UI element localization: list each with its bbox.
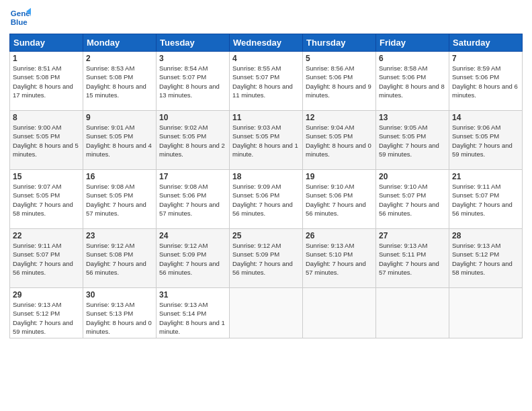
day-number: 29	[13, 290, 80, 300]
col-header-monday: Monday	[83, 34, 157, 52]
calendar-cell: 25 Sunrise: 9:12 AM Sunset: 5:09 PM Dayl…	[230, 229, 303, 288]
sunrise-label: Sunrise: 9:12 AM	[159, 242, 208, 249]
day-number: 18	[232, 172, 300, 181]
day-info: Sunrise: 9:13 AM Sunset: 5:13 PM Dayligh…	[86, 300, 153, 336]
day-info: Sunrise: 9:00 AM Sunset: 5:05 PM Dayligh…	[13, 123, 80, 158]
day-number: 6	[379, 54, 446, 63]
day-number: 24	[159, 231, 226, 240]
day-info: Sunrise: 9:12 AM Sunset: 5:08 PM Dayligh…	[86, 241, 153, 277]
day-number: 2	[86, 54, 153, 63]
sunset-label: Sunset: 5:12 PM	[13, 310, 60, 317]
day-info: Sunrise: 9:12 AM Sunset: 5:09 PM Dayligh…	[159, 241, 226, 277]
day-number: 30	[86, 290, 153, 300]
daylight-label: Daylight: 7 hours and 56 minutes.	[452, 201, 513, 217]
sunset-label: Sunset: 5:09 PM	[232, 250, 279, 258]
daylight-label: Daylight: 8 hours and 13 minutes.	[159, 83, 220, 99]
calendar-cell: 12 Sunrise: 9:04 AM Sunset: 5:05 PM Dayl…	[303, 111, 376, 170]
sunrise-label: Sunrise: 9:04 AM	[306, 124, 354, 131]
calendar-cell: 8 Sunrise: 9:00 AM Sunset: 5:05 PM Dayli…	[10, 111, 83, 170]
daylight-label: Daylight: 7 hours and 57 minutes.	[159, 201, 220, 217]
calendar-cell: 13 Sunrise: 9:05 AM Sunset: 5:05 PM Dayl…	[376, 111, 449, 170]
sunrise-label: Sunrise: 8:54 AM	[159, 64, 208, 72]
day-info: Sunrise: 9:13 AM Sunset: 5:11 PM Dayligh…	[379, 241, 446, 277]
sunrise-label: Sunrise: 9:13 AM	[452, 242, 500, 249]
daylight-label: Daylight: 8 hours and 4 minutes.	[86, 142, 152, 158]
sunset-label: Sunset: 5:11 PM	[379, 250, 426, 258]
day-number: 20	[379, 172, 446, 181]
daylight-label: Daylight: 7 hours and 59 minutes.	[452, 142, 513, 158]
sunrise-label: Sunrise: 8:58 AM	[379, 64, 427, 72]
day-info: Sunrise: 9:12 AM Sunset: 5:09 PM Dayligh…	[232, 241, 300, 277]
sunrise-label: Sunrise: 9:03 AM	[232, 124, 281, 131]
day-number: 15	[13, 172, 80, 181]
sunset-label: Sunset: 5:07 PM	[379, 191, 426, 199]
daylight-label: Daylight: 7 hours and 59 minutes.	[379, 142, 439, 158]
sunset-label: Sunset: 5:05 PM	[13, 191, 60, 199]
day-info: Sunrise: 9:13 AM Sunset: 5:14 PM Dayligh…	[159, 300, 226, 336]
sunrise-label: Sunrise: 9:01 AM	[86, 124, 134, 131]
svg-text:Blue: Blue	[11, 18, 28, 26]
day-number: 22	[13, 231, 80, 240]
day-number: 1	[13, 54, 80, 63]
daylight-label: Daylight: 8 hours and 2 minutes.	[159, 142, 225, 158]
logo: General Blue	[9, 7, 34, 28]
day-info: Sunrise: 8:55 AM Sunset: 5:07 PM Dayligh…	[232, 64, 300, 99]
daylight-label: Daylight: 7 hours and 57 minutes.	[86, 201, 146, 217]
sunrise-label: Sunrise: 9:00 AM	[13, 124, 61, 131]
day-number: 17	[159, 172, 226, 181]
sunrise-label: Sunrise: 9:13 AM	[379, 242, 427, 249]
sunset-label: Sunset: 5:09 PM	[159, 250, 206, 258]
day-info: Sunrise: 8:59 AM Sunset: 5:06 PM Dayligh…	[452, 64, 519, 99]
sunrise-label: Sunrise: 8:59 AM	[452, 64, 500, 72]
sunrise-label: Sunrise: 9:12 AM	[232, 242, 281, 249]
sunset-label: Sunset: 5:07 PM	[159, 73, 206, 81]
daylight-label: Daylight: 8 hours and 6 minutes.	[452, 83, 518, 99]
day-info: Sunrise: 8:54 AM Sunset: 5:07 PM Dayligh…	[159, 64, 226, 99]
sunrise-label: Sunrise: 9:13 AM	[13, 301, 61, 308]
sunset-label: Sunset: 5:13 PM	[86, 310, 133, 317]
sunset-label: Sunset: 5:08 PM	[13, 73, 60, 81]
day-info: Sunrise: 9:03 AM Sunset: 5:05 PM Dayligh…	[232, 123, 300, 158]
sunset-label: Sunset: 5:06 PM	[159, 191, 206, 199]
calendar-cell: 30 Sunrise: 9:13 AM Sunset: 5:13 PM Dayl…	[83, 288, 157, 338]
daylight-label: Daylight: 7 hours and 59 minutes.	[13, 319, 73, 335]
sunrise-label: Sunrise: 8:56 AM	[306, 64, 354, 72]
day-number: 16	[86, 172, 153, 181]
calendar-cell: 20 Sunrise: 9:10 AM Sunset: 5:07 PM Dayl…	[376, 170, 449, 229]
daylight-label: Daylight: 7 hours and 57 minutes.	[306, 260, 366, 276]
daylight-label: Daylight: 7 hours and 56 minutes.	[86, 260, 146, 276]
calendar-cell: 21 Sunrise: 9:11 AM Sunset: 5:07 PM Dayl…	[449, 170, 523, 229]
day-number: 19	[306, 172, 373, 181]
day-info: Sunrise: 9:06 AM Sunset: 5:05 PM Dayligh…	[452, 123, 519, 158]
calendar-cell	[376, 288, 449, 338]
day-number: 8	[13, 113, 80, 122]
day-number: 27	[379, 231, 446, 240]
day-info: Sunrise: 9:13 AM Sunset: 5:10 PM Dayligh…	[306, 241, 373, 277]
calendar-cell: 26 Sunrise: 9:13 AM Sunset: 5:10 PM Dayl…	[303, 229, 376, 288]
day-number: 3	[159, 54, 226, 63]
sunrise-label: Sunrise: 9:08 AM	[86, 183, 134, 190]
sunset-label: Sunset: 5:05 PM	[86, 191, 133, 199]
calendar-cell: 9 Sunrise: 9:01 AM Sunset: 5:05 PM Dayli…	[83, 111, 157, 170]
col-header-thursday: Thursday	[303, 34, 376, 52]
calendar-cell: 1 Sunrise: 8:51 AM Sunset: 5:08 PM Dayli…	[10, 52, 83, 111]
sunset-label: Sunset: 5:06 PM	[452, 73, 499, 81]
calendar-cell	[303, 288, 376, 338]
sunrise-label: Sunrise: 9:12 AM	[86, 242, 134, 249]
day-info: Sunrise: 9:11 AM Sunset: 5:07 PM Dayligh…	[13, 241, 80, 277]
daylight-label: Daylight: 7 hours and 58 minutes.	[13, 201, 73, 217]
day-info: Sunrise: 9:10 AM Sunset: 5:07 PM Dayligh…	[379, 182, 446, 218]
calendar-cell: 7 Sunrise: 8:59 AM Sunset: 5:06 PM Dayli…	[449, 52, 523, 111]
sunset-label: Sunset: 5:06 PM	[306, 191, 353, 199]
day-info: Sunrise: 9:01 AM Sunset: 5:05 PM Dayligh…	[86, 123, 153, 158]
calendar-cell: 19 Sunrise: 9:10 AM Sunset: 5:06 PM Dayl…	[303, 170, 376, 229]
sunset-label: Sunset: 5:07 PM	[452, 191, 499, 199]
day-number: 12	[306, 113, 373, 122]
sunset-label: Sunset: 5:05 PM	[86, 132, 133, 140]
sunrise-label: Sunrise: 9:10 AM	[379, 183, 427, 190]
calendar-cell: 4 Sunrise: 8:55 AM Sunset: 5:07 PM Dayli…	[230, 52, 303, 111]
day-number: 11	[232, 113, 300, 122]
day-info: Sunrise: 9:13 AM Sunset: 5:12 PM Dayligh…	[13, 300, 80, 336]
daylight-label: Daylight: 8 hours and 1 minute.	[232, 142, 298, 158]
daylight-label: Daylight: 8 hours and 5 minutes.	[13, 142, 79, 158]
